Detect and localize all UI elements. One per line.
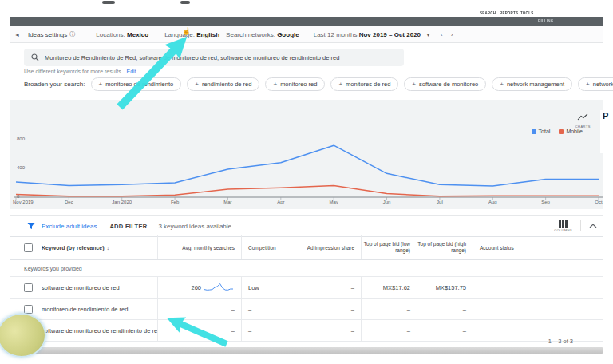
period-value: Nov 2019 – Oct 2020: [359, 31, 421, 38]
chart-canvas: [10, 100, 603, 209]
bottom-scrollbar[interactable]: [11, 347, 603, 354]
ideas-settings-label[interactable]: Ideas settings: [28, 31, 67, 38]
columns-button[interactable]: COLUMNS: [554, 220, 572, 232]
header-bid-low[interactable]: Top of page bid (low range): [361, 235, 417, 259]
x-tick-label: Nov 2019: [13, 200, 34, 204]
broaden-chip[interactable]: +monitoreo de rendimiento: [91, 77, 182, 91]
info-icon[interactable]: ⓘ: [69, 30, 75, 38]
keyword-search-input[interactable]: Monitoreo de Rendimiento de Red, softwar…: [24, 49, 404, 66]
table-section-label: Keywords you provided: [10, 260, 603, 277]
row-checkbox[interactable]: [24, 283, 33, 292]
y-tick-label: 800: [17, 136, 30, 141]
header-bid-high-label: Top of page bid (high range): [417, 241, 466, 254]
bid-low-cell: –: [361, 299, 417, 319]
columns-label: COLUMNS: [554, 228, 572, 232]
x-tick-label: Aug: [488, 200, 497, 204]
top-nav-item[interactable]: SEARCH: [480, 11, 496, 15]
search-volume-chart: 0400800 Nov 2019DecJan 2020FebMarAprMayJ…: [10, 100, 603, 209]
x-tick-label: Jan 2020: [112, 200, 132, 204]
filter-funnel-icon: [27, 222, 35, 230]
x-tick-label: Jun: [383, 200, 391, 204]
chip-label: monitoreo de rendimiento: [105, 81, 173, 88]
x-tick-label: Jul: [437, 200, 443, 204]
broaden-chip[interactable]: +software de monitoreo: [404, 77, 486, 91]
networks-setting[interactable]: Search networks: Google: [226, 31, 299, 38]
broaden-chip[interactable]: +network management software: [578, 77, 613, 91]
header-competition[interactable]: Competition: [241, 235, 299, 259]
x-tick-label: Mar: [223, 200, 231, 204]
top-nav-item[interactable]: BILLING: [538, 19, 553, 23]
header-keyword[interactable]: Keyword (by relevance) ↓: [42, 235, 157, 259]
account-status-cell: [473, 299, 603, 319]
exclude-adult-ideas-link[interactable]: Exclude adult ideas: [42, 223, 97, 230]
date-range-setting[interactable]: Last 12 months Nov 2019 – Oct 2020: [314, 31, 421, 38]
search-query-text: Monitoreo de Rendimiento de Red, softwar…: [45, 54, 339, 61]
columns-icon: [554, 220, 572, 228]
ideas-settings-bar: ◄ Ideas settings ⓘ Locations: Mexico Lan…: [10, 26, 603, 43]
y-tick-label: 0: [17, 194, 30, 199]
plus-icon: +: [586, 81, 590, 88]
filter-bar: Exclude adult ideas ADD FILTER 3 keyword…: [10, 215, 603, 237]
legend-label: Mobile: [566, 129, 583, 134]
keyword-cell: monitoreo de rendimiento de red: [42, 299, 157, 319]
chart-legend: TotalMobile: [532, 129, 583, 134]
select-all-checkbox[interactable]: [24, 243, 33, 252]
broaden-chip[interactable]: +monitoreo red: [265, 77, 325, 91]
networks-label: Search networks:: [226, 31, 275, 38]
legend-swatch: [532, 129, 536, 134]
avg-searches-cell: –: [157, 299, 241, 319]
add-filter-button[interactable]: ADD FILTER: [109, 223, 147, 230]
bid-low-cell: MX$17.62: [361, 277, 417, 298]
next-period-icon[interactable]: ›: [451, 31, 453, 38]
bid-high-cell: –: [417, 299, 473, 319]
header-account-status[interactable]: Account status: [473, 235, 603, 259]
top-nav-item[interactable]: TOOLS: [520, 11, 533, 15]
chevron-down-icon[interactable]: ▾: [427, 32, 429, 38]
broaden-chip[interactable]: +network management: [492, 77, 572, 91]
x-tick-label: Apr: [277, 200, 284, 204]
top-nav-item[interactable]: REPORTS: [500, 11, 518, 15]
broaden-chips: +monitoreo de rendimiento+rendimiento de…: [91, 77, 613, 91]
table-header-row: Keyword (by relevance) ↓ Avg. monthly se…: [10, 235, 603, 260]
broaden-chip[interactable]: +monitores de red: [330, 77, 398, 91]
keyword-ideas-count: 3 keyword ideas available: [158, 223, 231, 230]
trend-sparkline: [204, 282, 235, 293]
chip-label: monitores de red: [346, 81, 390, 88]
row-checkbox[interactable]: [24, 305, 33, 314]
language-setting[interactable]: Language: English: [164, 31, 219, 38]
keyword-cell: software de monitoreo de red: [42, 277, 157, 298]
ad-share-cell: –: [299, 299, 361, 319]
line-chart-icon: [577, 113, 588, 121]
header-bid-low-label: Top of page bid (low range): [362, 241, 410, 254]
header-bid-high[interactable]: Top of page bid (high range): [417, 235, 473, 259]
divider: [580, 220, 581, 231]
collapse-chevron-icon[interactable]: [589, 224, 597, 228]
language-value: English: [196, 31, 219, 38]
legend-swatch: [559, 129, 564, 134]
competition-cell: Low: [241, 277, 299, 298]
locations-setting[interactable]: Locations: Mexico: [96, 31, 148, 38]
charts-toggle-button[interactable]: CHARTS: [575, 109, 591, 129]
broaden-chip[interactable]: +rendimiento de red: [187, 77, 259, 91]
back-icon[interactable]: ◄: [14, 32, 20, 38]
header-ad-impression-share[interactable]: Ad impression share: [299, 235, 361, 259]
edit-link[interactable]: Edit: [127, 69, 136, 74]
networks-value: Google: [277, 31, 299, 38]
row-checkbox-cell: [10, 277, 42, 298]
keyword-ideas-table: Keyword (by relevance) ↓ Avg. monthly se…: [10, 235, 603, 342]
plus-icon: +: [500, 81, 504, 88]
avg-searches-cell: 260: [157, 277, 241, 298]
period-label: Last 12 months: [314, 31, 358, 38]
legend-item-total[interactable]: Total: [532, 129, 551, 134]
chip-label: monitoreo red: [280, 81, 317, 88]
plus-icon: +: [273, 81, 277, 88]
legend-item-mobile[interactable]: Mobile: [559, 129, 583, 134]
header-keyword-label: Keyword (by relevance): [42, 245, 105, 251]
header-avg-searches[interactable]: Avg. monthly searches: [157, 235, 241, 259]
refine-hint: Use different keywords for more results.…: [24, 69, 136, 74]
broaden-search-row: Broaden your search: +monitoreo de rendi…: [24, 77, 613, 91]
prev-period-icon[interactable]: ‹: [441, 31, 443, 38]
top-app-bar: [10, 17, 603, 26]
pagination: 1 – 3 of 3: [10, 336, 603, 346]
video-artifact: [180, 1, 190, 4]
